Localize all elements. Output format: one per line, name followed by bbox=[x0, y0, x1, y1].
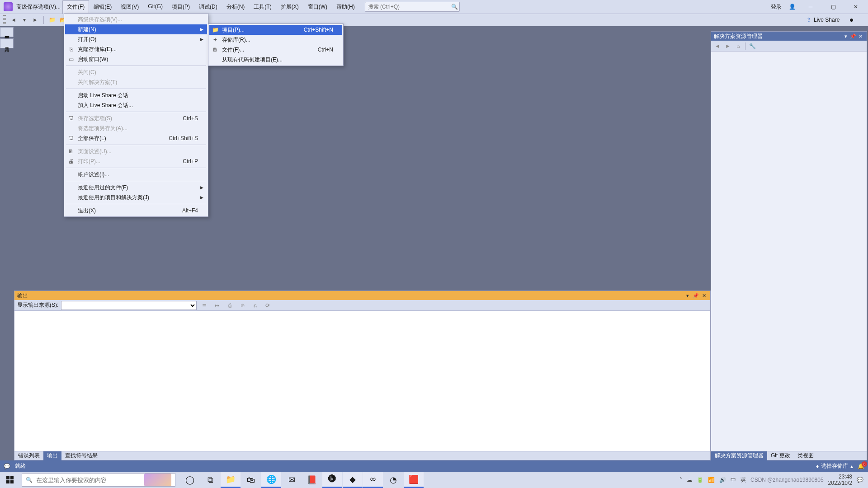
sln-pin-button[interactable]: 📌 bbox=[849, 33, 857, 40]
new-project[interactable]: 📁项目(P)...Ctrl+Shift+N bbox=[209, 25, 342, 35]
app-mail[interactable]: ✉ bbox=[282, 472, 302, 488]
taskbar-search-input[interactable] bbox=[36, 477, 142, 483]
output-close-button[interactable]: ✕ bbox=[700, 292, 708, 299]
status-bell[interactable]: 🔔 3 bbox=[858, 463, 864, 469]
menu-analyze[interactable]: 分析(N) bbox=[222, 0, 250, 14]
output-btn-1[interactable]: ≣ bbox=[199, 300, 209, 310]
app-store[interactable]: 🛍 bbox=[241, 472, 261, 488]
sln-home-button[interactable]: ⌂ bbox=[734, 42, 743, 51]
tray-notifications-icon[interactable]: 💬 bbox=[857, 477, 863, 483]
tab-git-changes[interactable]: Git 更改 bbox=[767, 451, 794, 460]
close-button[interactable]: ✕ bbox=[845, 0, 866, 14]
app-visualstudio[interactable]: ∞ bbox=[363, 472, 383, 488]
tray-wifi-icon[interactable]: 📶 bbox=[708, 477, 715, 483]
menu-file[interactable]: 文件(F) bbox=[62, 0, 89, 14]
sln-close-button[interactable]: ✕ bbox=[857, 33, 864, 40]
status-repo[interactable]: ♦ 选择存储库 ▴ bbox=[816, 462, 853, 470]
tray-onedrive-icon[interactable]: ☁ bbox=[687, 477, 692, 483]
menu-save-as[interactable]: 将选定项另存为(A)... bbox=[65, 123, 207, 133]
status-comment-icon[interactable]: 💬 bbox=[4, 463, 10, 469]
menu-window[interactable]: 窗口(W) bbox=[303, 0, 332, 14]
menu-close[interactable]: 关闭(C) bbox=[65, 67, 207, 77]
menu-exit[interactable]: 退出(X)Alt+F4 bbox=[65, 206, 207, 216]
menu-account-settings[interactable]: 帐户设置(I)... bbox=[65, 169, 207, 179]
menu-tools[interactable]: 工具(T) bbox=[249, 0, 276, 14]
output-btn-4[interactable]: ⎚ bbox=[237, 300, 247, 310]
start-button[interactable] bbox=[0, 472, 20, 488]
output-btn-3[interactable]: ⎙ bbox=[225, 300, 235, 310]
menu-git[interactable]: Git(G) bbox=[143, 0, 167, 14]
new-from-existing[interactable]: 从现有代码创建项目(E)... bbox=[209, 55, 342, 65]
menu-page-setup[interactable]: 🗎页面设置(U)... bbox=[65, 146, 207, 156]
app-steam[interactable]: ◔ bbox=[383, 472, 403, 488]
liveshare-icon[interactable]: ⇪ bbox=[807, 17, 811, 23]
menu-help[interactable]: 帮助(H) bbox=[332, 0, 359, 14]
app-taskview[interactable]: ⧉ bbox=[200, 472, 220, 488]
menu-save-all[interactable]: 🖫全部保存(L)Ctrl+Shift+S bbox=[65, 133, 207, 143]
sln-properties-button[interactable]: 🔧 bbox=[748, 42, 757, 51]
sln-dropdown-button[interactable]: ▾ bbox=[842, 33, 849, 40]
output-source-select[interactable] bbox=[61, 301, 197, 310]
menu-recent-projects[interactable]: 最近使用的项目和解决方案(J)▶ bbox=[65, 192, 207, 202]
menu-recent-files[interactable]: 最近使用过的文件(F)▶ bbox=[65, 183, 207, 192]
output-pin-button[interactable]: 📌 bbox=[692, 292, 699, 299]
output-btn-6[interactable]: ⟳ bbox=[263, 300, 273, 310]
tab-output[interactable]: 输出 bbox=[43, 451, 61, 460]
menu-advanced-save[interactable]: 高级保存选项(V)... bbox=[65, 14, 207, 24]
nav-back-button[interactable]: ◄ bbox=[9, 15, 18, 24]
signin-icon[interactable]: 👤 bbox=[786, 2, 798, 12]
app-office[interactable]: 📕 bbox=[302, 472, 322, 488]
tab-solution-explorer[interactable]: 解决方案资源管理器 bbox=[711, 451, 767, 460]
sln-forward-button[interactable]: ► bbox=[723, 42, 732, 51]
tray-clock[interactable]: 23:48 2022/10/2 bbox=[828, 474, 852, 487]
signin-button[interactable]: 登录 bbox=[768, 1, 784, 13]
menu-print[interactable]: 🖨打印(P)...Ctrl+P bbox=[65, 156, 207, 166]
menu-view[interactable]: 视图(V) bbox=[116, 0, 143, 14]
tray-ime1[interactable]: 中 bbox=[731, 476, 736, 484]
nav-dropdown-button[interactable]: ▾ bbox=[20, 15, 29, 24]
app-tencent[interactable]: ◆ bbox=[343, 472, 363, 488]
tab-toolbox[interactable]: 工具箱 bbox=[0, 38, 14, 48]
new-file[interactable]: 🗎文件(F)...Ctrl+N bbox=[209, 45, 342, 55]
new-repo[interactable]: ✦存储库(R)... bbox=[209, 35, 342, 45]
menu-save-selected[interactable]: 🖫保存选定项(S)Ctrl+S bbox=[65, 113, 207, 123]
global-search-input[interactable] bbox=[365, 4, 450, 10]
app-edge[interactable]: 🌐 bbox=[261, 472, 281, 488]
menu-extensions[interactable]: 扩展(X) bbox=[276, 0, 303, 14]
output-body[interactable] bbox=[14, 311, 710, 451]
menu-close-solution[interactable]: 关闭解决方案(T) bbox=[65, 77, 207, 87]
tray-overflow-icon[interactable]: ˄ bbox=[679, 477, 682, 483]
tab-find-symbol[interactable]: 查找符号结果 bbox=[61, 451, 101, 460]
taskbar-search[interactable]: 🔍 bbox=[22, 473, 175, 487]
sln-body[interactable] bbox=[711, 52, 867, 451]
new-project-button[interactable]: 📁 bbox=[47, 15, 57, 24]
menu-edit[interactable]: 编辑(E) bbox=[89, 0, 116, 14]
tab-error-list[interactable]: 错误列表 bbox=[14, 451, 43, 460]
global-search[interactable]: 🔍 bbox=[365, 2, 460, 12]
menu-clone-repo[interactable]: ⎘克隆存储库(E)... bbox=[65, 44, 207, 54]
output-btn-5[interactable]: ⎌ bbox=[250, 300, 260, 310]
minimize-button[interactable]: ─ bbox=[800, 0, 821, 14]
feedback-icon[interactable]: ☻ bbox=[849, 17, 854, 23]
tab-server-explorer[interactable]: 服务器资源管理器 bbox=[0, 27, 14, 37]
menu-start-liveshare[interactable]: 启动 Live Share 会话 bbox=[65, 90, 207, 100]
tray-volume-icon[interactable]: 🔊 bbox=[719, 477, 726, 483]
sln-back-button[interactable]: ◄ bbox=[713, 42, 722, 51]
maximize-button[interactable]: ▢ bbox=[823, 0, 844, 14]
app-cortana[interactable]: ◯ bbox=[180, 472, 200, 488]
output-btn-2[interactable]: ↦ bbox=[212, 300, 222, 310]
app-wps[interactable]: 🅦 bbox=[322, 472, 342, 488]
menu-debug[interactable]: 调试(D) bbox=[194, 0, 222, 14]
nav-forward-button[interactable]: ► bbox=[31, 15, 40, 24]
menu-new[interactable]: 新建(N)▶ bbox=[65, 24, 207, 34]
menu-start-window[interactable]: ▭启动窗口(W) bbox=[65, 54, 207, 64]
app-other[interactable]: 🟥 bbox=[404, 472, 424, 488]
menu-join-liveshare[interactable]: 加入 Live Share 会话... bbox=[65, 100, 207, 110]
tab-class-view[interactable]: 类视图 bbox=[794, 451, 817, 460]
menu-project[interactable]: 项目(P) bbox=[167, 0, 194, 14]
output-dropdown-button[interactable]: ▾ bbox=[684, 292, 691, 299]
tray-battery-icon[interactable]: 🔋 bbox=[697, 477, 703, 483]
tray-ime2[interactable]: 英 bbox=[741, 476, 746, 484]
menu-open[interactable]: 打开(O)▶ bbox=[65, 34, 207, 44]
liveshare-label[interactable]: Live Share bbox=[814, 17, 840, 23]
